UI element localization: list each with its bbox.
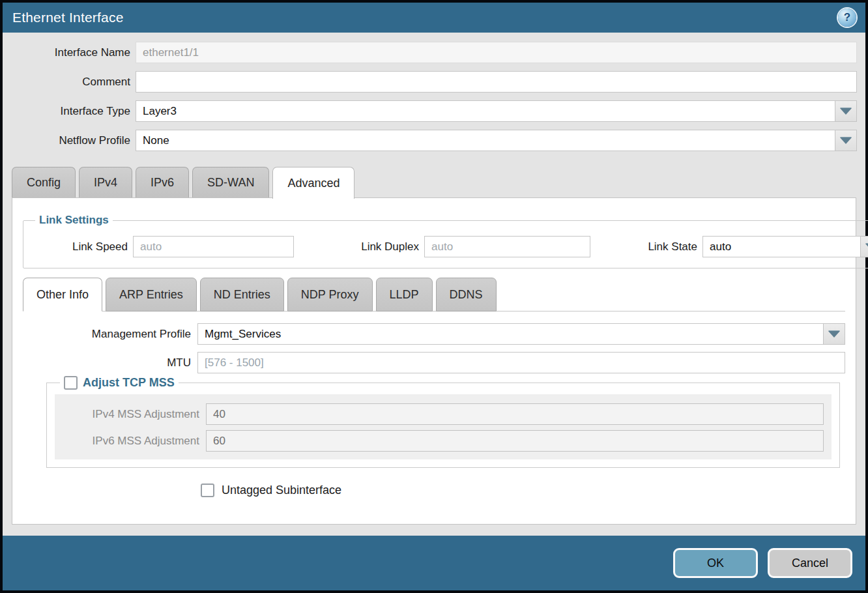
mtu-row: MTU xyxy=(23,352,845,373)
cancel-button-label: Cancel xyxy=(792,557,828,570)
link-speed-field[interactable] xyxy=(133,236,294,257)
subtab-nd-entries[interactable]: ND Entries xyxy=(200,278,284,311)
ipv6-mss-label: IPv6 MSS Adjustment xyxy=(55,435,199,448)
ipv4-mss-label: IPv4 MSS Adjustment xyxy=(55,408,199,421)
tab-sdwan[interactable]: SD-WAN xyxy=(192,167,269,197)
tab-config-label: Config xyxy=(27,176,61,190)
chevron-down-icon xyxy=(865,244,868,250)
ipv6-mss-row: IPv6 MSS Adjustment xyxy=(55,430,832,452)
link-settings-group: Link Settings Link Speed Link Duplex Lin… xyxy=(23,214,868,268)
subtab-ddns[interactable]: DDNS xyxy=(436,278,497,311)
ethernet-interface-dialog: Ethernet Interface ? Interface Name Comm… xyxy=(0,0,868,593)
subtab-other-info-label: Other Info xyxy=(36,288,89,302)
link-state-dropdown[interactable] xyxy=(702,236,868,257)
subtab-nd-entries-label: ND Entries xyxy=(214,288,270,302)
chevron-down-icon xyxy=(828,331,840,338)
subtab-lldp-label: LLDP xyxy=(390,288,419,302)
comment-field[interactable] xyxy=(136,71,857,93)
mtu-label: MTU xyxy=(23,356,191,369)
sub-tabstrip: Other Info ARP Entries ND Entries NDP Pr… xyxy=(23,278,845,311)
ok-button-label: OK xyxy=(707,557,724,570)
management-profile-value[interactable] xyxy=(197,323,823,345)
tab-config[interactable]: Config xyxy=(12,167,76,197)
mss-fields-band: IPv4 MSS Adjustment IPv6 MSS Adjustment xyxy=(55,394,832,459)
dialog-footer: OK Cancel xyxy=(3,536,865,590)
subtab-ddns-label: DDNS xyxy=(450,288,483,302)
interface-name-field xyxy=(136,42,857,63)
top-form: Interface Name Comment Interface Type Ne… xyxy=(3,33,865,159)
main-tabstrip: Config IPv4 IPv6 SD-WAN Advanced xyxy=(3,167,865,197)
interface-type-dropdown[interactable] xyxy=(136,100,857,122)
other-info-content: Management Profile MTU Adjust TCP MSS xyxy=(23,311,845,497)
management-profile-dropdown[interactable] xyxy=(197,323,845,345)
netflow-profile-label: Netflow Profile xyxy=(3,134,130,147)
untagged-subinterface-row: Untagged Subinterface xyxy=(201,484,845,497)
subtab-arp-entries-label: ARP Entries xyxy=(119,288,183,302)
cancel-button[interactable]: Cancel xyxy=(768,548,852,578)
help-glyph: ? xyxy=(844,11,850,24)
link-settings-row: Link Speed Link Duplex Link State xyxy=(31,236,868,257)
link-state-value[interactable] xyxy=(702,236,860,257)
adjust-tcp-mss-checkbox[interactable] xyxy=(64,376,78,390)
management-profile-label: Management Profile xyxy=(23,328,191,341)
netflow-profile-dropdown-button[interactable] xyxy=(835,130,857,151)
tab-ipv4[interactable]: IPv4 xyxy=(79,167,132,197)
link-state-dropdown-button[interactable] xyxy=(860,236,868,257)
management-profile-row: Management Profile xyxy=(23,323,845,345)
link-settings-legend: Link Settings xyxy=(35,214,113,227)
untagged-subinterface-checkbox[interactable] xyxy=(201,484,214,497)
ok-button[interactable]: OK xyxy=(673,548,758,578)
dialog-titlebar: Ethernet Interface ? xyxy=(3,3,865,33)
management-profile-dropdown-button[interactable] xyxy=(823,323,845,345)
chevron-down-icon xyxy=(840,108,852,115)
link-speed-label: Link Speed xyxy=(31,240,128,253)
ipv4-mss-field xyxy=(206,403,824,425)
ipv6-mss-field xyxy=(206,430,824,452)
interface-type-row: Interface Type xyxy=(3,100,857,122)
ipv4-mss-row: IPv4 MSS Adjustment xyxy=(55,403,832,425)
tab-advanced-label: Advanced xyxy=(287,177,340,190)
dialog-title: Ethernet Interface xyxy=(12,10,124,25)
tab-advanced[interactable]: Advanced xyxy=(272,167,354,199)
netflow-profile-row: Netflow Profile xyxy=(3,130,857,151)
netflow-profile-value[interactable] xyxy=(136,130,835,151)
interface-type-label: Interface Type xyxy=(3,105,130,118)
subtab-other-info[interactable]: Other Info xyxy=(23,278,102,311)
interface-type-value[interactable] xyxy=(136,100,835,122)
tab-ipv6-label: IPv6 xyxy=(151,176,174,190)
adjust-tcp-mss-group: Adjust TCP MSS IPv4 MSS Adjustment IPv6 … xyxy=(46,383,840,468)
interface-type-dropdown-button[interactable] xyxy=(835,100,857,122)
subtab-ndp-proxy[interactable]: NDP Proxy xyxy=(287,278,373,311)
netflow-profile-dropdown[interactable] xyxy=(136,130,857,151)
comment-label: Comment xyxy=(3,76,130,89)
help-icon[interactable]: ? xyxy=(838,8,856,27)
mtu-field[interactable] xyxy=(197,352,845,373)
subtab-arp-entries[interactable]: ARP Entries xyxy=(106,278,197,311)
adjust-tcp-mss-legend: Adjust TCP MSS xyxy=(60,376,179,390)
tab-sdwan-label: SD-WAN xyxy=(207,176,254,190)
adjust-tcp-mss-label: Adjust TCP MSS xyxy=(83,376,175,390)
link-duplex-label: Link Duplex xyxy=(320,240,419,253)
tab-ipv6[interactable]: IPv6 xyxy=(136,167,189,197)
untagged-subinterface-label: Untagged Subinterface xyxy=(222,484,341,497)
chevron-down-icon xyxy=(840,137,852,144)
subtab-ndp-proxy-label: NDP Proxy xyxy=(301,288,359,302)
advanced-panel: Link Settings Link Speed Link Duplex Lin… xyxy=(12,197,856,525)
interface-name-label: Interface Name xyxy=(3,46,130,59)
link-duplex-field[interactable] xyxy=(424,236,590,257)
interface-name-row: Interface Name xyxy=(3,42,857,63)
link-state-label: Link State xyxy=(627,240,697,253)
subtab-lldp[interactable]: LLDP xyxy=(376,278,433,311)
comment-row: Comment xyxy=(3,71,857,93)
tab-ipv4-label: IPv4 xyxy=(94,176,117,190)
